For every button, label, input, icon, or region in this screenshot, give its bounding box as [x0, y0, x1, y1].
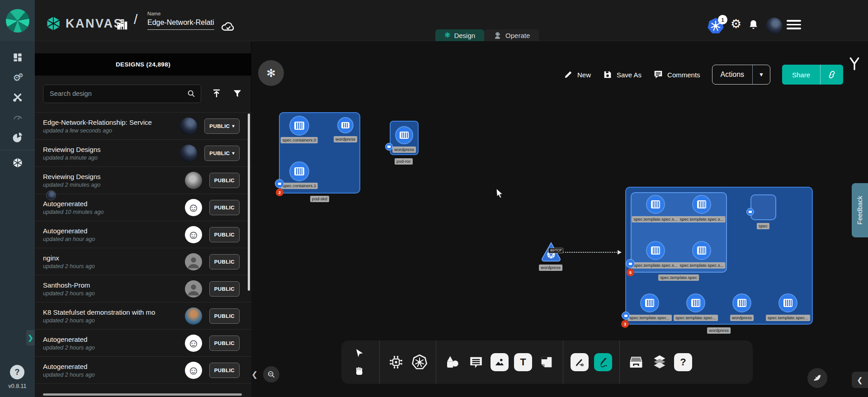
freehand-draw-tool-active[interactable] [591, 350, 615, 374]
design-tab-label: Design [454, 32, 475, 39]
panel-collapse-chevron[interactable]: ❮ [251, 370, 258, 379]
design-name-input[interactable] [147, 18, 214, 30]
node-spec-template-spec[interactable] [631, 192, 727, 273]
sidebar-item-configuration[interactable] [0, 87, 35, 107]
tab-operate[interactable]: Operate [484, 29, 539, 41]
flow-y-icon[interactable] [848, 56, 861, 71]
node-spec[interactable] [750, 194, 776, 220]
node-container-spec-containers-0[interactable] [289, 116, 309, 136]
search-input[interactable] [43, 90, 186, 97]
pen-tool[interactable] [568, 350, 591, 374]
sidebar-expand-chevron[interactable]: ❯ [26, 330, 35, 345]
organization-icon[interactable] [115, 18, 129, 31]
share-split-button[interactable]: Share [782, 65, 843, 85]
sidebar-divider [0, 150, 35, 150]
visibility-badge[interactable]: PUBLIC [209, 227, 240, 242]
dashboard-grid-icon [12, 52, 24, 63]
designs-panel: DESIGNS (24,898) Edge-Network-Relatio [35, 41, 251, 397]
comments-button[interactable]: Comments [653, 70, 700, 80]
help-button[interactable]: ? [10, 365, 24, 379]
svg-text:⚙: ⚙ [18, 72, 24, 79]
container-icon [651, 246, 660, 254]
node-container[interactable] [692, 195, 711, 214]
visibility-badge[interactable]: PUBLIC [209, 336, 240, 351]
visibility-select[interactable]: PUBLIC▾ [204, 118, 240, 134]
node-container[interactable] [778, 293, 797, 312]
visibility-select[interactable]: PUBLIC▾ [204, 146, 240, 161]
canvas-menu-flower-button[interactable]: ✻ [258, 60, 284, 86]
help-tool[interactable]: ? [671, 350, 695, 374]
visibility-badge[interactable]: PUBLIC [209, 281, 240, 297]
image-tool[interactable] [488, 350, 511, 374]
pan-tool[interactable] [348, 364, 371, 379]
design-list-item[interactable]: Reviewing Designsupdated a minute ago PU… [35, 139, 251, 166]
feedback-tab[interactable]: Feedback [852, 183, 868, 237]
copy-link-button[interactable] [821, 70, 843, 80]
node-container-wordpress[interactable] [395, 126, 413, 144]
text-tool[interactable]: T [511, 350, 535, 374]
designs-horizontal-scrollbar[interactable] [43, 393, 242, 396]
actions-split-button[interactable]: Actions ▼ [712, 65, 770, 85]
design-updated: updated 2 hours ago [43, 372, 180, 378]
design-list-item[interactable]: Autogeneratedupdated 2 hours ago ☺ PUBLI… [35, 329, 251, 356]
designs-search-row [35, 76, 251, 112]
designs-panel-header: DESIGNS (24,898) [35, 53, 251, 76]
design-list-item[interactable]: Autogeneratedupdated 2 hours ago ☺ PUBLI… [35, 356, 251, 383]
designs-vertical-scrollbar[interactable] [248, 113, 250, 291]
right-panel-collapse-chevron[interactable]: ❮ [852, 372, 868, 388]
components-tool[interactable] [384, 350, 408, 374]
node-label: spec.template.spec.s... [678, 262, 725, 269]
node-container-spec-containers-1[interactable] [289, 161, 309, 181]
design-list-item[interactable]: K8 Statefulset demonstration with moupda… [35, 302, 251, 329]
pod-badge-icon [746, 208, 754, 216]
tab-design[interactable]: ❋ Design [435, 29, 484, 41]
visibility-badge[interactable]: PUBLIC [209, 308, 240, 324]
visibility-badge[interactable]: PUBLIC [209, 200, 240, 215]
design-list-item[interactable]: Autogeneratedupdated an hour ago ☺ PUBLI… [35, 221, 251, 248]
node-container[interactable] [646, 195, 665, 214]
node-container[interactable] [692, 241, 711, 260]
design-title: nginx [43, 254, 180, 262]
sidebar-item-lifecycle[interactable]: ⚙⚙ [0, 67, 35, 87]
kanvas-brand[interactable]: KANVAS [45, 15, 123, 32]
shapes-tool[interactable] [441, 350, 464, 374]
design-canvas[interactable]: ✻ New Save As Comments Actions ▼ Share [251, 41, 868, 397]
node-container-wordpress[interactable] [337, 117, 354, 133]
settings-gear-icon[interactable]: ⚙ [731, 18, 741, 30]
filter-funnel-icon[interactable] [232, 88, 243, 99]
design-list-item[interactable]: nginxupdated 2 hours ago PUBLIC [35, 248, 251, 275]
save-as-button[interactable]: Save As [603, 70, 642, 80]
zoom-button[interactable] [263, 366, 279, 383]
design-list-item[interactable]: Autogeneratedupdated 10 minutes ago ☺ PU… [35, 194, 251, 221]
archive-drawer-tool[interactable] [624, 350, 648, 374]
design-list-item[interactable]: Santhosh-Promupdated 2 hours ago PUBLIC [35, 275, 251, 302]
sidebar-item-dashboard[interactable] [0, 47, 35, 67]
chevron-down-icon[interactable]: ▼ [753, 71, 770, 78]
note-tool[interactable] [535, 350, 558, 374]
layers-tool[interactable] [648, 350, 671, 374]
visibility-badge[interactable]: PUBLIC [209, 363, 240, 378]
node-container[interactable] [686, 293, 705, 312]
kubernetes-tool[interactable] [408, 350, 431, 374]
annotation-comment-tool[interactable] [464, 350, 488, 374]
sidebar-item-kanvas[interactable] [0, 153, 35, 173]
visibility-badge[interactable]: PUBLIC [209, 173, 240, 188]
sidebar-item-performance[interactable] [0, 107, 35, 127]
node-container[interactable] [646, 241, 665, 260]
node-label: wordpress [392, 147, 416, 153]
design-updated: updated 2 hours ago [43, 345, 180, 351]
node-container[interactable] [732, 293, 751, 312]
user-avatar[interactable] [766, 18, 782, 34]
design-list-item[interactable]: Reviewing Designsupdated 2 minutes ago P… [35, 166, 251, 194]
new-button[interactable]: New [563, 70, 591, 80]
menu-hamburger-icon[interactable] [787, 20, 801, 32]
select-tool[interactable] [348, 345, 371, 361]
sidebar-item-extensions[interactable] [0, 127, 35, 147]
import-design-icon[interactable] [211, 88, 222, 99]
visibility-badge[interactable]: PUBLIC [209, 254, 240, 269]
node-container[interactable] [640, 293, 659, 312]
meshery-logo-button[interactable] [0, 0, 35, 41]
assistant-button[interactable] [807, 368, 827, 388]
design-list-item[interactable]: Edge-Network-Relationship: Serviceupdate… [35, 112, 251, 139]
notifications-bell-icon[interactable] [747, 19, 760, 31]
